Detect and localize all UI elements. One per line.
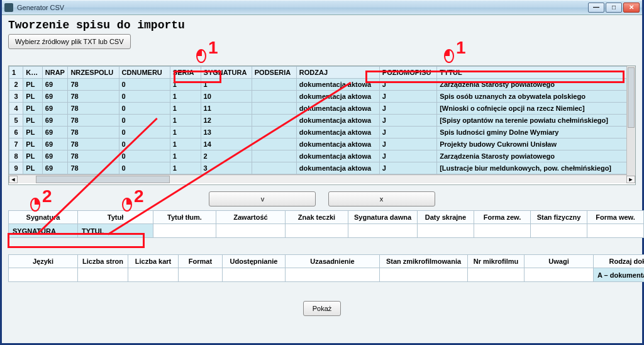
cell[interactable]: dokumentacja aktowa xyxy=(296,127,379,139)
mapping-cell[interactable] xyxy=(78,268,128,282)
cell[interactable]: 78 xyxy=(68,91,119,103)
source-grid[interactable]: 1KODNRAPNRZESPOLUCDNUMERUSERIASYGNATURAP… xyxy=(8,65,636,185)
cell[interactable]: J xyxy=(379,139,436,150)
mapping-header[interactable]: Format xyxy=(179,255,223,268)
mapping-cell[interactable] xyxy=(128,268,179,282)
mapping-header[interactable]: Zawartość xyxy=(216,211,286,224)
cell[interactable]: 13 xyxy=(201,127,252,139)
cell[interactable]: 69 xyxy=(42,103,68,115)
column-header[interactable]: NRAP xyxy=(42,67,68,79)
mapping-cell[interactable] xyxy=(286,224,348,238)
mapping-cell[interactable] xyxy=(380,268,468,282)
mapping-cell[interactable] xyxy=(587,224,644,238)
cell[interactable]: dokumentacja aktowa xyxy=(296,139,379,150)
mapping-header[interactable]: Stan zmikrofilmowania xyxy=(380,255,468,268)
table-row[interactable]: 4PL69780111dokumentacja aktowaJ[Wnioski … xyxy=(9,103,635,115)
cell[interactable]: 0 xyxy=(119,79,170,91)
cell[interactable]: 78 xyxy=(68,127,119,139)
row-number[interactable]: 7 xyxy=(9,139,23,150)
cell[interactable]: PL xyxy=(23,91,42,103)
mapping-cell[interactable] xyxy=(418,224,474,238)
cell[interactable]: Projekty budowy Cukrowni Unisław xyxy=(437,139,635,150)
mapping-cell[interactable] xyxy=(468,268,525,282)
cell[interactable]: 78 xyxy=(68,139,119,150)
cell[interactable] xyxy=(252,162,296,174)
cell[interactable]: 78 xyxy=(68,162,119,174)
cell[interactable]: 69 xyxy=(42,115,68,127)
mapping-header[interactable]: Liczba kart xyxy=(128,255,179,268)
cell[interactable]: 78 xyxy=(68,79,119,91)
cell[interactable]: PL xyxy=(23,150,42,162)
cell[interactable]: PL xyxy=(23,103,42,115)
cell[interactable]: PL xyxy=(23,127,42,139)
cell[interactable]: dokumentacja aktowa xyxy=(296,115,379,127)
mapping-cell[interactable] xyxy=(223,268,286,282)
cell[interactable]: 69 xyxy=(42,91,68,103)
column-header[interactable]: KOD xyxy=(23,67,42,79)
mapping-header[interactable]: Stan fizyczny xyxy=(531,211,587,224)
scroll-right-icon[interactable]: ► xyxy=(626,176,635,183)
cell[interactable]: J xyxy=(379,162,436,174)
maximize-button[interactable]: □ xyxy=(606,3,622,13)
cell[interactable]: 69 xyxy=(42,150,68,162)
row-number[interactable]: 4 xyxy=(9,103,23,115)
mapping-cell[interactable] xyxy=(348,224,418,238)
table-row[interactable]: 6PL69780113dokumentacja aktowaJSpis ludn… xyxy=(9,127,635,139)
mapping-header[interactable]: Sygnatura xyxy=(9,211,78,224)
scroll-left-icon[interactable]: ◄ xyxy=(9,176,18,183)
horizontal-scrollbar[interactable]: ◄ ► xyxy=(9,174,635,183)
table-row[interactable]: 7PL69780114dokumentacja aktowaJProjekty … xyxy=(9,139,635,150)
cell[interactable]: 0 xyxy=(119,91,170,103)
cell[interactable]: 1 xyxy=(170,150,201,162)
cell[interactable]: 0 xyxy=(119,103,170,115)
cell[interactable]: J xyxy=(379,91,436,103)
cell[interactable]: PL xyxy=(23,115,42,127)
cell[interactable] xyxy=(252,91,296,103)
close-button[interactable]: ✕ xyxy=(623,3,640,13)
cell[interactable]: dokumentacja aktowa xyxy=(296,150,379,162)
column-header[interactable]: NRZESPOLU xyxy=(68,67,119,79)
cell[interactable]: dokumentacja aktowa xyxy=(296,162,379,174)
cell[interactable]: 0 xyxy=(119,162,170,174)
cell[interactable]: 12 xyxy=(201,115,252,127)
mapping-cell[interactable] xyxy=(531,224,587,238)
row-number[interactable]: 9 xyxy=(9,162,23,174)
cell[interactable]: PL xyxy=(23,79,42,91)
mapping-header[interactable]: Znak teczki xyxy=(286,211,348,224)
cell[interactable]: 1 xyxy=(170,139,201,150)
column-header[interactable]: CDNUMERU xyxy=(119,67,170,79)
row-number[interactable]: 3 xyxy=(9,91,23,103)
scrollbar-thumb[interactable] xyxy=(628,67,635,128)
cell[interactable]: J xyxy=(379,115,436,127)
cell[interactable]: 0 xyxy=(119,115,170,127)
cell[interactable]: 1 xyxy=(170,162,201,174)
cell[interactable] xyxy=(252,127,296,139)
cell[interactable]: PL xyxy=(23,139,42,150)
row-number-header[interactable]: 1 xyxy=(9,67,23,79)
cell[interactable]: 1 xyxy=(170,115,201,127)
mapping-header[interactable]: Uwagi xyxy=(525,255,594,268)
mapping-header[interactable]: Tytuł tłum. xyxy=(153,211,216,224)
row-number[interactable]: 6 xyxy=(9,127,23,139)
cell[interactable]: 78 xyxy=(68,115,119,127)
cell[interactable]: 69 xyxy=(42,139,68,150)
cell[interactable]: 0 xyxy=(119,150,170,162)
cell[interactable]: [Spisy optantów na terenie powiatu chełm… xyxy=(437,115,635,127)
row-number[interactable]: 5 xyxy=(9,115,23,127)
cell[interactable]: Spis ludności gminy Dolne Wymiary xyxy=(437,127,635,139)
cell[interactable]: 1 xyxy=(170,91,201,103)
mapping-header[interactable]: Uzasadnienie xyxy=(286,255,380,268)
mapping-cell[interactable] xyxy=(286,268,380,282)
column-header[interactable]: PODSERIA xyxy=(252,67,296,79)
cell[interactable]: 10 xyxy=(201,91,252,103)
cell[interactable]: Spis osób uznanych za obywatela polskieg… xyxy=(437,91,635,103)
table-row[interactable]: 5PL69780112dokumentacja aktowaJ[Spisy op… xyxy=(9,115,635,127)
titlebar[interactable]: Generator CSV — □ ✕ xyxy=(2,0,642,15)
cell[interactable]: J xyxy=(379,103,436,115)
cell[interactable]: 1 xyxy=(170,127,201,139)
mapping-table-2[interactable]: JęzykiLiczba stronLiczba kartFormatUdost… xyxy=(8,254,644,282)
show-button[interactable]: Pokaż xyxy=(303,301,341,316)
cell[interactable]: 69 xyxy=(42,127,68,139)
cell[interactable]: Zarządzenia Starosty powiatowego xyxy=(437,150,635,162)
mapping-header[interactable]: Rodzaj dokumentacji xyxy=(594,255,645,268)
